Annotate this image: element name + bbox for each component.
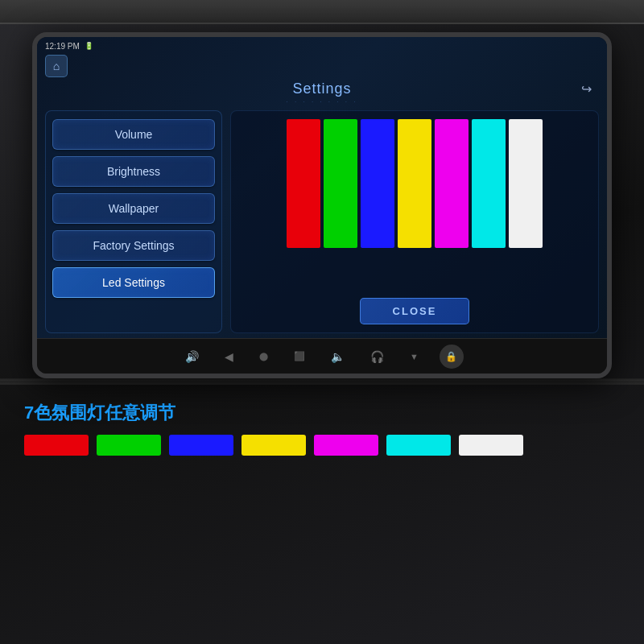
nav-back-icon[interactable]: ◀ — [220, 347, 238, 366]
bottom-section: 7色氛围灯任意调节 — [0, 385, 644, 464]
main-content: Volume Brightness Wallpaper Factory Sett… — [37, 110, 607, 338]
home-row: ⌂ — [37, 55, 607, 77]
menu-item-led-settings[interactable]: Led Settings — [52, 267, 215, 298]
status-bar: 12:19 PM 🔋 — [37, 37, 607, 55]
bottom-swatch-1 — [97, 435, 161, 456]
settings-title-row: Settings · · · · · · · · · ↪ — [37, 77, 607, 110]
bottom-swatch-3 — [242, 435, 306, 456]
color-bar-red — [287, 119, 320, 248]
device-frame: 12:19 PM 🔋 ⌂ Settings · · · · · · · · · … — [32, 32, 612, 378]
nav-headphone-icon[interactable]: 🎧 — [365, 347, 389, 366]
nav-lock-icon[interactable]: 🔒 — [440, 345, 464, 369]
menu-item-volume[interactable]: Volume — [52, 119, 215, 150]
menu-item-brightness[interactable]: Brightness — [52, 156, 215, 187]
color-swatches — [24, 435, 523, 456]
menu-item-factory-settings[interactable]: Factory Settings — [52, 230, 215, 261]
led-title: 7色氛围灯任意调节 — [24, 401, 175, 425]
bottom-swatch-2 — [169, 435, 233, 456]
home-icon: ⌂ — [53, 60, 60, 72]
nav-stop-icon[interactable]: ⬛ — [289, 348, 310, 365]
battery-icon: 🔋 — [85, 42, 93, 50]
bottom-swatch-4 — [314, 435, 378, 456]
left-menu-panel: Volume Brightness Wallpaper Factory Sett… — [45, 110, 222, 333]
color-bar-green — [324, 119, 357, 248]
leather-band — [0, 378, 644, 385]
color-bar-yellow — [398, 119, 431, 248]
bottom-swatch-6 — [459, 435, 523, 456]
settings-dots: · · · · · · · · · — [37, 98, 607, 105]
color-bar-blue — [361, 119, 394, 248]
color-bar-white — [509, 119, 543, 248]
color-bars-container — [239, 119, 590, 248]
status-time: 12:19 PM — [45, 42, 80, 51]
settings-title: Settings — [37, 80, 607, 97]
share-button[interactable]: ↪ — [575, 77, 597, 100]
color-bar-cyan — [472, 119, 506, 248]
headrest-top — [0, 0, 644, 24]
right-panel: CLOSE — [230, 110, 599, 333]
nav-vol2-icon[interactable]: 🔈 — [326, 347, 349, 366]
nav-volume-icon[interactable]: 🔊 — [180, 347, 204, 366]
bottom-swatch-5 — [386, 435, 451, 456]
menu-item-wallpaper[interactable]: Wallpaper — [52, 193, 215, 224]
screen: 12:19 PM 🔋 ⌂ Settings · · · · · · · · · … — [37, 37, 607, 338]
nav-bar: 🔊 ◀ ⬤ ⬛ 🔈 🎧 ▼ 🔒 — [37, 338, 607, 374]
nav-home-dot-icon[interactable]: ⬤ — [254, 349, 273, 364]
nav-down-icon[interactable]: ▼ — [405, 349, 423, 365]
color-bar-magenta — [435, 119, 469, 248]
status-icons: 🔋 — [85, 42, 93, 50]
home-button[interactable]: ⌂ — [45, 55, 68, 77]
outer-background: 12:19 PM 🔋 ⌂ Settings · · · · · · · · · … — [0, 0, 644, 644]
close-button[interactable]: CLOSE — [360, 298, 470, 324]
bottom-swatch-0 — [24, 435, 89, 456]
